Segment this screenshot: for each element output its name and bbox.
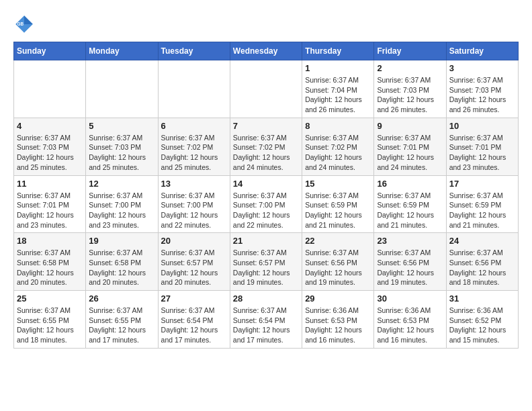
calendar-cell <box>14 60 86 118</box>
cell-text: Sunrise: 6:37 AM Sunset: 6:57 PM Dayligh… <box>161 248 227 287</box>
cell-text: Sunrise: 6:37 AM Sunset: 6:56 PM Dayligh… <box>449 248 515 287</box>
calendar-cell: 1Sunrise: 6:37 AM Sunset: 7:04 PM Daylig… <box>302 60 374 118</box>
calendar-week-3: 11Sunrise: 6:37 AM Sunset: 7:01 PM Dayli… <box>14 175 519 233</box>
cell-text: Sunrise: 6:37 AM Sunset: 6:59 PM Dayligh… <box>449 191 515 230</box>
cell-text: Sunrise: 6:37 AM Sunset: 6:57 PM Dayligh… <box>233 248 299 287</box>
day-number: 2 <box>377 63 443 73</box>
calendar-cell: 29Sunrise: 6:36 AM Sunset: 6:53 PM Dayli… <box>302 291 374 349</box>
calendar-cell: 20Sunrise: 6:37 AM Sunset: 6:57 PM Dayli… <box>158 233 230 291</box>
calendar-week-4: 18Sunrise: 6:37 AM Sunset: 6:58 PM Dayli… <box>14 233 519 291</box>
cell-text: Sunrise: 6:37 AM Sunset: 6:58 PM Dayligh… <box>17 248 83 287</box>
day-number: 22 <box>305 236 371 246</box>
calendar-cell: 3Sunrise: 6:37 AM Sunset: 7:03 PM Daylig… <box>446 60 518 118</box>
cell-text: Sunrise: 6:37 AM Sunset: 7:02 PM Dayligh… <box>161 133 227 173</box>
logo: GB <box>13 13 38 35</box>
cell-text: Sunrise: 6:36 AM Sunset: 6:53 PM Dayligh… <box>305 306 371 345</box>
cell-text: Sunrise: 6:37 AM Sunset: 6:54 PM Dayligh… <box>233 306 299 345</box>
calendar-cell: 21Sunrise: 6:37 AM Sunset: 6:57 PM Dayli… <box>230 233 302 291</box>
calendar-cell: 25Sunrise: 6:37 AM Sunset: 6:55 PM Dayli… <box>14 291 86 349</box>
cell-text: Sunrise: 6:37 AM Sunset: 6:59 PM Dayligh… <box>377 191 443 230</box>
day-number: 6 <box>161 121 227 131</box>
day-number: 16 <box>377 179 443 189</box>
cell-text: Sunrise: 6:37 AM Sunset: 7:00 PM Dayligh… <box>161 191 227 230</box>
cell-text: Sunrise: 6:37 AM Sunset: 6:58 PM Dayligh… <box>89 248 154 287</box>
calendar-cell: 12Sunrise: 6:37 AM Sunset: 7:00 PM Dayli… <box>86 175 158 233</box>
day-number: 9 <box>377 121 443 131</box>
calendar-cell: 28Sunrise: 6:37 AM Sunset: 6:54 PM Dayli… <box>230 291 302 349</box>
day-number: 10 <box>449 121 515 131</box>
cell-text: Sunrise: 6:37 AM Sunset: 6:56 PM Dayligh… <box>377 248 443 287</box>
cell-text: Sunrise: 6:37 AM Sunset: 7:04 PM Dayligh… <box>305 75 371 115</box>
calendar-cell: 17Sunrise: 6:37 AM Sunset: 6:59 PM Dayli… <box>446 175 518 233</box>
cell-text: Sunrise: 6:37 AM Sunset: 7:00 PM Dayligh… <box>233 191 299 230</box>
calendar-cell: 16Sunrise: 6:37 AM Sunset: 6:59 PM Dayli… <box>374 175 446 233</box>
calendar-week-1: 1Sunrise: 6:37 AM Sunset: 7:04 PM Daylig… <box>14 60 519 118</box>
cell-text: Sunrise: 6:37 AM Sunset: 6:55 PM Dayligh… <box>17 306 83 345</box>
day-number: 5 <box>89 121 154 131</box>
day-number: 23 <box>377 236 443 246</box>
day-number: 21 <box>233 236 299 246</box>
calendar-cell: 6Sunrise: 6:37 AM Sunset: 7:02 PM Daylig… <box>158 118 230 175</box>
day-number: 19 <box>89 236 154 246</box>
day-number: 30 <box>377 293 443 304</box>
calendar-cell <box>230 60 302 118</box>
cell-text: Sunrise: 6:36 AM Sunset: 6:53 PM Dayligh… <box>377 306 443 345</box>
day-number: 26 <box>89 293 154 304</box>
day-number: 28 <box>233 293 299 304</box>
logo-icon: GB <box>13 13 35 35</box>
day-number: 12 <box>89 179 154 189</box>
day-number: 1 <box>305 63 371 73</box>
day-of-week-saturday: Saturday <box>446 42 518 60</box>
day-of-week-monday: Monday <box>86 42 158 60</box>
cell-text: Sunrise: 6:37 AM Sunset: 7:01 PM Dayligh… <box>449 133 515 173</box>
page-header: GB <box>13 13 519 35</box>
cell-text: Sunrise: 6:36 AM Sunset: 6:52 PM Dayligh… <box>449 306 515 345</box>
day-number: 11 <box>17 179 83 189</box>
calendar-cell: 19Sunrise: 6:37 AM Sunset: 6:58 PM Dayli… <box>86 233 158 291</box>
day-number: 31 <box>449 293 515 304</box>
svg-text:GB: GB <box>17 21 24 26</box>
day-number: 14 <box>233 179 299 189</box>
day-number: 15 <box>305 179 371 189</box>
day-header-row: SundayMondayTuesdayWednesdayThursdayFrid… <box>14 42 519 60</box>
cell-text: Sunrise: 6:37 AM Sunset: 7:00 PM Dayligh… <box>89 191 154 230</box>
day-of-week-thursday: Thursday <box>302 42 374 60</box>
day-number: 25 <box>17 293 83 304</box>
day-number: 17 <box>449 179 515 189</box>
calendar-cell <box>158 60 230 118</box>
calendar-cell: 2Sunrise: 6:37 AM Sunset: 7:03 PM Daylig… <box>374 60 446 118</box>
calendar-table: SundayMondayTuesdayWednesdayThursdayFrid… <box>13 42 519 349</box>
cell-text: Sunrise: 6:37 AM Sunset: 7:03 PM Dayligh… <box>449 75 515 115</box>
cell-text: Sunrise: 6:37 AM Sunset: 6:59 PM Dayligh… <box>305 191 371 230</box>
calendar-body: 1Sunrise: 6:37 AM Sunset: 7:04 PM Daylig… <box>14 60 519 349</box>
calendar-cell: 30Sunrise: 6:36 AM Sunset: 6:53 PM Dayli… <box>374 291 446 349</box>
cell-text: Sunrise: 6:37 AM Sunset: 7:02 PM Dayligh… <box>305 133 371 173</box>
day-number: 7 <box>233 121 299 131</box>
calendar-cell: 10Sunrise: 6:37 AM Sunset: 7:01 PM Dayli… <box>446 118 518 175</box>
cell-text: Sunrise: 6:37 AM Sunset: 7:01 PM Dayligh… <box>377 133 443 173</box>
day-number: 18 <box>17 236 83 246</box>
calendar-cell: 11Sunrise: 6:37 AM Sunset: 7:01 PM Dayli… <box>14 175 86 233</box>
day-number: 8 <box>305 121 371 131</box>
calendar-cell: 22Sunrise: 6:37 AM Sunset: 6:56 PM Dayli… <box>302 233 374 291</box>
calendar-cell: 26Sunrise: 6:37 AM Sunset: 6:55 PM Dayli… <box>86 291 158 349</box>
cell-text: Sunrise: 6:37 AM Sunset: 7:03 PM Dayligh… <box>17 133 83 173</box>
calendar-cell: 18Sunrise: 6:37 AM Sunset: 6:58 PM Dayli… <box>14 233 86 291</box>
day-number: 4 <box>17 121 83 131</box>
calendar-week-5: 25Sunrise: 6:37 AM Sunset: 6:55 PM Dayli… <box>14 291 519 349</box>
calendar-cell: 24Sunrise: 6:37 AM Sunset: 6:56 PM Dayli… <box>446 233 518 291</box>
cell-text: Sunrise: 6:37 AM Sunset: 7:01 PM Dayligh… <box>17 191 83 230</box>
day-of-week-tuesday: Tuesday <box>158 42 230 60</box>
calendar-cell: 4Sunrise: 6:37 AM Sunset: 7:03 PM Daylig… <box>14 118 86 175</box>
cell-text: Sunrise: 6:37 AM Sunset: 7:03 PM Dayligh… <box>377 75 443 115</box>
day-of-week-friday: Friday <box>374 42 446 60</box>
day-of-week-wednesday: Wednesday <box>230 42 302 60</box>
cell-text: Sunrise: 6:37 AM Sunset: 7:03 PM Dayligh… <box>89 133 154 173</box>
calendar-cell: 14Sunrise: 6:37 AM Sunset: 7:00 PM Dayli… <box>230 175 302 233</box>
calendar-cell: 23Sunrise: 6:37 AM Sunset: 6:56 PM Dayli… <box>374 233 446 291</box>
calendar-cell: 15Sunrise: 6:37 AM Sunset: 6:59 PM Dayli… <box>302 175 374 233</box>
day-number: 13 <box>161 179 227 189</box>
calendar-week-2: 4Sunrise: 6:37 AM Sunset: 7:03 PM Daylig… <box>14 118 519 175</box>
cell-text: Sunrise: 6:37 AM Sunset: 6:56 PM Dayligh… <box>305 248 371 287</box>
calendar-header: SundayMondayTuesdayWednesdayThursdayFrid… <box>14 42 519 60</box>
